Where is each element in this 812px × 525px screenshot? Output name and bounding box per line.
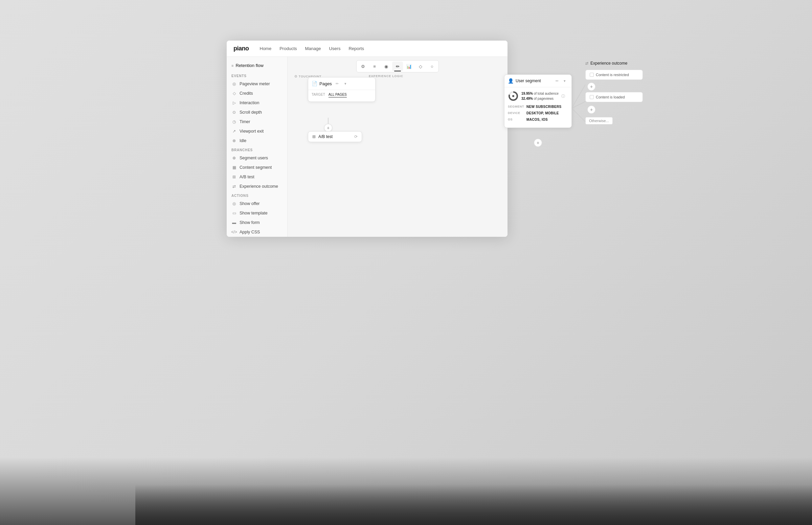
segment-stats: 19.95% of total audience 32.49% of pagev… — [508, 91, 565, 102]
segment-device-row: DEVICE DESKTOP, MOBILE — [508, 111, 568, 115]
show-form-icon: ▬ — [231, 220, 237, 225]
segment-card-title: User segment — [516, 78, 552, 83]
sidebar-item-content-segment[interactable]: ▦ Content segment — [227, 163, 287, 172]
content-segment-icon: ▦ — [231, 165, 237, 170]
canvas-area: ⚙ ≡ ◉ ✏ 📊 ◇ ○ ⊙ TOUCHPOINT EXPERIENCE LO… — [288, 57, 508, 237]
add-after-outcomes-btn[interactable]: + — [587, 106, 596, 114]
ab-test-node-label: A/B test — [318, 134, 333, 139]
sidebar-item-idle[interactable]: ⊗ Idle — [227, 136, 287, 146]
pages-node-header: 📄 Pages ✏ ▾ — [308, 77, 375, 90]
idle-icon: ⊗ — [231, 138, 237, 144]
add-below-segment-btn[interactable]: + — [534, 139, 542, 147]
segment-stats-text: 19.95% of total audience 32.49% of pagev… — [521, 91, 559, 101]
add-between-outcomes-btn[interactable]: + — [587, 82, 596, 91]
outcome-loaded-label: Content is loaded — [596, 95, 625, 99]
segment-edit-icons: ✏ ▾ — [554, 77, 568, 84]
sidebar-item-interaction[interactable]: ▷ Interaction — [227, 98, 287, 108]
credits-icon: ◇ — [231, 91, 237, 96]
canvas-toolbar: ⚙ ≡ ◉ ✏ 📊 ◇ ○ — [356, 60, 439, 72]
pages-edit-btn[interactable]: ✏ — [334, 80, 341, 87]
pageview-meter-icon: ◎ — [231, 81, 237, 87]
ab-test-node-icon: ⊞ — [312, 134, 316, 139]
pages-node: 📄 Pages ✏ ▾ TARGET ALL PAGES — [308, 77, 376, 102]
nav-reports[interactable]: Reports — [348, 45, 364, 52]
sidebar-item-apply-css[interactable]: </> Apply CSS — [227, 227, 287, 237]
pageviews-stat: 32.49% of pageviews — [521, 96, 559, 101]
chart-toolbar-btn[interactable]: 📊 — [404, 62, 415, 71]
outcome-restricted-checkbox — [590, 73, 594, 77]
pages-chevron-btn[interactable]: ▾ — [342, 80, 349, 87]
segment-donut-chart — [508, 91, 519, 102]
branches-section-label: BRANCHES — [227, 146, 287, 153]
show-offer-icon: ◎ — [231, 201, 237, 206]
segment-label-row: SEGMENT NEW SUBSCRIBERS — [508, 105, 568, 109]
pages-tab-target[interactable]: TARGET — [312, 93, 325, 97]
hamburger-icon[interactable]: ≡ — [231, 64, 234, 68]
top-nav: piano Home Products Manage Users Reports — [227, 41, 508, 57]
segment-body: 19.95% of total audience 32.49% of pagev… — [505, 87, 571, 127]
add-below-pages-btn[interactable]: + — [324, 124, 332, 132]
sidebar-item-experience-outcome[interactable]: ⇄ Experience outcome — [227, 182, 287, 191]
pages-node-body: TARGET ALL PAGES — [308, 90, 375, 102]
segment-card-header: 👤 User segment ✏ ▾ — [505, 75, 571, 87]
events-section-label: EVENTS — [227, 71, 287, 79]
segment-stats-row: 19.95% of total audience 32.49% of pagev… — [508, 91, 568, 102]
audience-stat: 19.95% of total audience — [521, 91, 559, 96]
otherwise-label: Otherwise... — [585, 117, 613, 124]
outcome-loaded-checkbox — [590, 95, 594, 99]
experience-outcome-title: Experience outcome — [590, 61, 627, 65]
list-toolbar-btn[interactable]: ≡ — [369, 62, 380, 71]
actions-section-label: ACTIONS — [227, 191, 287, 199]
user-segment-card: 👤 User segment ✏ ▾ 1 — [504, 74, 572, 128]
segment-chevron-btn[interactable]: ▾ — [561, 77, 568, 84]
scroll-depth-icon: ⊙ — [231, 109, 237, 115]
sidebar-item-show-offer[interactable]: ◎ Show offer — [227, 199, 287, 208]
sidebar-item-show-template[interactable]: ▭ Show template — [227, 208, 287, 218]
sidebar-item-credits[interactable]: ◇ Credits — [227, 89, 287, 98]
diamond-toolbar-btn[interactable]: ◇ — [415, 62, 426, 71]
app-window: piano Home Products Manage Users Reports… — [227, 41, 508, 237]
sidebar-item-segment-users[interactable]: ⊕ Segment users — [227, 153, 287, 163]
settings-toolbar-btn[interactable]: ⚙ — [358, 62, 369, 71]
sidebar: ≡ Retention flow EVENTS ◎ Pageview meter… — [227, 57, 288, 237]
main-content: ≡ Retention flow EVENTS ◎ Pageview meter… — [227, 57, 508, 237]
search-toolbar-btn[interactable]: ○ — [427, 62, 437, 71]
nav-products[interactable]: Products — [280, 45, 297, 52]
experience-outcome-icon: ⇄ — [231, 184, 237, 189]
sidebar-item-ab-test[interactable]: ⊞ A/B test — [227, 172, 287, 182]
timer-icon: ◷ — [231, 119, 237, 124]
segment-info-icon[interactable]: ⓘ — [561, 94, 565, 99]
sidebar-item-scroll-depth[interactable]: ⊙ Scroll depth — [227, 108, 287, 117]
nav-manage[interactable]: Manage — [305, 45, 321, 52]
pages-tab-all[interactable]: ALL PAGES — [329, 93, 347, 97]
pages-tabs: TARGET ALL PAGES — [312, 93, 372, 97]
viewport-exit-icon: ↗ — [231, 129, 237, 134]
sidebar-item-pageview-meter[interactable]: ◎ Pageview meter — [227, 79, 287, 89]
sidebar-item-viewport-exit[interactable]: ↗ Viewport exit — [227, 126, 287, 136]
sidebar-item-show-form[interactable]: ▬ Show form — [227, 218, 287, 227]
segment-users-icon: ⊕ — [231, 155, 237, 161]
segment-os-row: OS MACOS, IOS — [508, 118, 568, 121]
sidebar-item-timer[interactable]: ◷ Timer — [227, 117, 287, 126]
experience-outcome-panel: ⇄ Experience outcome Content is restrict… — [585, 61, 643, 124]
outcome-loaded-item: Content is loaded — [585, 92, 643, 102]
sidebar-header: ≡ Retention flow — [227, 61, 287, 71]
svg-point-4 — [512, 95, 514, 97]
nav-users[interactable]: Users — [329, 45, 340, 52]
ab-test-reload-btn[interactable]: ⟳ — [354, 134, 358, 139]
experience-outcome-header-icon: ⇄ — [585, 61, 588, 65]
ab-test-node: ⊞ A/B test ⟳ — [308, 131, 362, 142]
segment-edit-btn[interactable]: ✏ — [554, 77, 560, 84]
pages-node-icon: 📄 — [312, 81, 317, 86]
outcome-restricted-item: Content is restricted — [585, 70, 643, 80]
experience-outcome-header: ⇄ Experience outcome — [585, 61, 643, 65]
target-toolbar-btn[interactable]: ◉ — [381, 62, 391, 71]
app-logo: piano — [234, 45, 249, 52]
pages-node-title: Pages — [319, 81, 332, 86]
nav-home[interactable]: Home — [260, 45, 272, 52]
segment-card-icon: 👤 — [508, 78, 514, 84]
sidebar-title: Retention flow — [236, 63, 263, 68]
ab-test-icon: ⊞ — [231, 174, 237, 180]
interaction-icon: ▷ — [231, 100, 237, 106]
edit-toolbar-btn[interactable]: ✏ — [392, 62, 403, 71]
